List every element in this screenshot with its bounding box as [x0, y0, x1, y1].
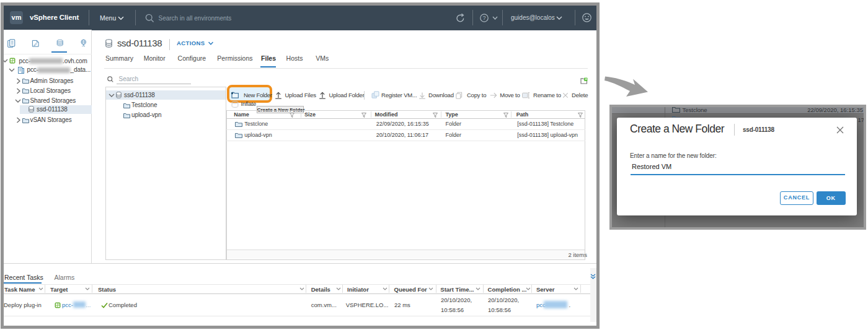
svg-text:?: ?: [482, 15, 485, 21]
